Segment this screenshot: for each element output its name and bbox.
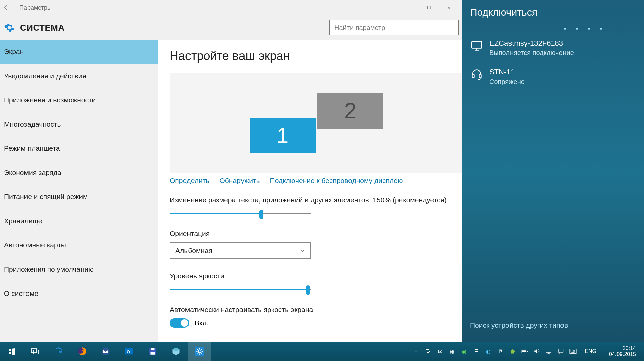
orientation-value: Альбомная xyxy=(175,246,212,255)
sidebar-item-offline-maps[interactable]: Автономные карты xyxy=(0,233,158,257)
svg-rect-16 xyxy=(522,350,526,352)
sidebar-item-tablet-mode[interactable]: Режим планшета xyxy=(0,136,158,161)
svg-rect-3 xyxy=(31,349,37,353)
identify-link[interactable]: Определить xyxy=(170,177,209,185)
tray-monitor-icon[interactable]: 🖥 xyxy=(473,348,480,355)
svg-rect-4 xyxy=(33,350,39,354)
sidebar: Экран Уведомления и действия Приложения … xyxy=(0,40,158,342)
window-title: Параметры xyxy=(19,4,52,11)
task-view-button[interactable] xyxy=(23,342,47,361)
tray-shield-icon[interactable]: ⬟ xyxy=(509,348,516,355)
sidebar-item-battery-saver[interactable]: Экономия заряда xyxy=(0,161,158,185)
wireless-display-link[interactable]: Подключение к беспроводному дисплею xyxy=(270,177,403,185)
sidebar-item-label: Экономия заряда xyxy=(4,169,61,177)
auto-brightness-toggle[interactable] xyxy=(170,318,189,328)
chevron-down-icon xyxy=(300,248,305,253)
start-button[interactable] xyxy=(0,342,23,361)
tray-dropbox-icon[interactable]: ⧉ xyxy=(497,348,504,355)
system-tray: 🛡 ✉ ▦ ◉ 🖥 ◐ ⧉ ⬟ ENG 20:14 04.09.2015 xyxy=(412,342,644,361)
gear-icon xyxy=(195,347,204,356)
page-title: СИСТЕМА xyxy=(20,22,65,33)
firefox-app[interactable] xyxy=(70,342,94,361)
search-other-devices-link[interactable]: Поиск устройств других типов xyxy=(470,321,636,329)
monitor-label: 2 xyxy=(344,98,357,123)
thunderbird-app[interactable] xyxy=(94,342,117,361)
sidebar-item-apps-features[interactable]: Приложения и возможности xyxy=(0,88,158,112)
device-name: EZCastmsy-132F6183 xyxy=(489,39,574,48)
svg-rect-17 xyxy=(546,349,551,352)
settings-app[interactable] xyxy=(188,342,211,361)
sidebar-item-label: Уведомления и действия xyxy=(4,72,86,80)
brightness-slider[interactable] xyxy=(170,285,311,294)
display-preview[interactable]: 2 1 xyxy=(170,73,462,173)
sidebar-item-label: Режим планшета xyxy=(4,144,60,152)
outlook-app[interactable]: O xyxy=(117,342,141,361)
sidebar-item-notifications[interactable]: Уведомления и действия xyxy=(0,64,158,88)
tray-volume-icon[interactable] xyxy=(533,348,540,355)
close-button[interactable]: ✕ xyxy=(439,0,459,15)
edge-app[interactable] xyxy=(47,342,70,361)
scale-label: Изменение размера текста, приложений и д… xyxy=(170,196,462,204)
detect-link[interactable]: Обнаружить xyxy=(219,177,260,185)
brightness-label: Уровень яркости xyxy=(170,272,462,280)
svg-rect-0 xyxy=(472,42,482,48)
tray-security-icon[interactable]: 🛡 xyxy=(424,348,432,355)
device-name: STN-11 xyxy=(489,67,525,76)
minimize-button[interactable]: — xyxy=(399,0,419,15)
monitor-icon xyxy=(470,39,483,52)
gear-icon xyxy=(3,21,15,34)
progress-dots xyxy=(564,28,636,30)
auto-brightness-state: Вкл. xyxy=(195,319,209,327)
settings-window: Параметры — ☐ ✕ СИСТЕМА Экран Уведомлени… xyxy=(0,0,462,342)
sidebar-item-about[interactable]: О системе xyxy=(0,281,158,306)
device-item[interactable]: STN-11 Сопряжено xyxy=(470,64,636,93)
box-icon xyxy=(171,347,181,356)
tray-chevron-icon[interactable] xyxy=(412,348,420,355)
svg-rect-18 xyxy=(570,349,576,354)
edge-icon xyxy=(54,347,63,356)
monitor-1[interactable]: 1 xyxy=(250,118,316,153)
connect-title: Подключиться xyxy=(470,7,636,18)
sidebar-item-display[interactable]: Экран xyxy=(0,40,158,64)
scale-slider[interactable] xyxy=(170,209,311,218)
windows-icon xyxy=(7,347,16,356)
sidebar-item-label: Приложения и возможности xyxy=(4,96,96,104)
sidebar-item-multitasking[interactable]: Многозадачность xyxy=(0,112,158,136)
search-input[interactable] xyxy=(329,20,459,35)
save-app[interactable] xyxy=(141,342,164,361)
sidebar-item-power-sleep[interactable]: Питание и спящий режим xyxy=(0,185,158,209)
svg-rect-10 xyxy=(151,348,155,350)
titlebar: Параметры — ☐ ✕ xyxy=(0,0,462,15)
tray-keyboard-icon[interactable] xyxy=(569,348,577,355)
content: Настройте ваш экран 2 1 Определить Обнар… xyxy=(158,40,462,342)
svg-rect-15 xyxy=(527,351,528,352)
maximize-button[interactable]: ☐ xyxy=(419,0,439,15)
clock[interactable]: 20:14 04.09.2015 xyxy=(604,345,641,358)
auto-brightness-label: Автоматически настраивать яркость экрана xyxy=(170,306,462,314)
tray-mail-icon[interactable]: ✉ xyxy=(436,348,444,355)
header: СИСТЕМА xyxy=(0,15,462,40)
box-app[interactable] xyxy=(164,342,188,361)
device-item[interactable]: EZCastmsy-132F6183 Выполняется подключен… xyxy=(470,36,636,64)
tray-app2-icon[interactable]: ◉ xyxy=(461,348,468,355)
svg-rect-11 xyxy=(151,352,155,355)
tray-battery-icon[interactable] xyxy=(521,348,528,355)
tray-action-center-icon[interactable] xyxy=(557,348,565,355)
svg-rect-1 xyxy=(472,74,474,78)
sidebar-item-storage[interactable]: Хранилище xyxy=(0,209,158,233)
tray-sync-icon[interactable]: ◐ xyxy=(485,348,492,355)
tray-network-icon[interactable] xyxy=(545,348,552,355)
sidebar-item-label: Экран xyxy=(4,48,24,56)
device-status: Сопряжено xyxy=(489,78,525,86)
orientation-select[interactable]: Альбомная xyxy=(170,242,311,259)
monitor-2[interactable]: 2 xyxy=(317,93,383,129)
language-indicator[interactable]: ENG xyxy=(581,348,600,354)
back-button[interactable] xyxy=(3,4,16,11)
sidebar-item-label: Питание и спящий режим xyxy=(4,193,88,201)
task-view-icon xyxy=(31,347,40,356)
svg-point-6 xyxy=(102,347,109,355)
sidebar-item-default-apps[interactable]: Приложения по умолчанию xyxy=(0,257,158,281)
device-status: Выполняется подключение xyxy=(489,49,574,57)
tray-app1-icon[interactable]: ▦ xyxy=(448,348,456,355)
monitor-label: 1 xyxy=(277,123,289,148)
